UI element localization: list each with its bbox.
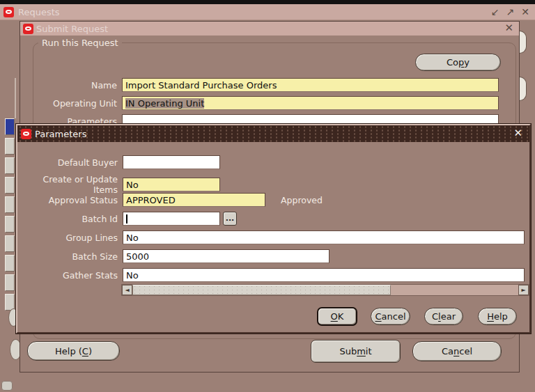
submit-button[interactable]: Submit: [311, 340, 401, 363]
run-this-request-label: Run this Request: [38, 38, 122, 48]
scroll-right-icon[interactable]: ►: [518, 285, 529, 295]
record-indicator[interactable]: [5, 255, 15, 272]
name-row: Name Import Standard Purchase Orders: [20, 78, 508, 92]
batch-size-row: Batch Size 5000: [17, 249, 529, 263]
cancel-button[interactable]: Cancel: [412, 341, 502, 361]
close-icon[interactable]: ✕: [521, 6, 529, 18]
group-lines-field[interactable]: No: [123, 230, 525, 244]
create-or-update-items-row: Create or Update Items No: [17, 174, 529, 195]
record-indicator[interactable]: [5, 138, 15, 155]
create-or-update-items-label: Create or Update Items: [17, 174, 123, 195]
default-buyer-row: Default Buyer: [17, 155, 529, 169]
lov-ellipsis-button[interactable]: ...: [223, 212, 237, 226]
default-buyer-label: Default Buyer: [17, 157, 123, 168]
maximize-icon[interactable]: ↗: [506, 6, 515, 18]
operating-unit-label: Operating Unit: [20, 98, 122, 109]
background-widget-partial: [1, 381, 13, 391]
operating-unit-field[interactable]: IN Operating Unit: [122, 96, 499, 110]
submit-request-window-title: Submit Request: [36, 24, 108, 34]
minimize-icon[interactable]: ↙: [491, 6, 499, 18]
requests-window-title: Requests: [18, 7, 60, 17]
clear-button[interactable]: Clear: [424, 308, 463, 325]
group-lines-label: Group Lines: [17, 233, 123, 243]
cancel-button[interactable]: Cancel: [371, 308, 410, 325]
parameters-dialog-title: Parameters: [35, 129, 86, 139]
batch-id-row: Batch Id ...: [17, 212, 529, 226]
horizontal-scrollbar[interactable]: ◄ ►: [121, 284, 529, 296]
approval-status-description: Approved: [281, 195, 323, 205]
scrollbar-thumb[interactable]: [132, 285, 391, 295]
approval-status-field[interactable]: APPROVED: [123, 193, 265, 207]
parameters-dialog-title-bar[interactable]: Parameters ✕: [17, 125, 529, 142]
batch-id-label: Batch Id: [17, 214, 123, 224]
help-button[interactable]: Help (C): [27, 341, 120, 361]
batch-id-field[interactable]: [123, 212, 220, 226]
batch-size-field[interactable]: 5000: [123, 249, 329, 263]
scroll-left-icon[interactable]: ◄: [122, 285, 132, 295]
close-icon[interactable]: ✕: [513, 127, 522, 139]
gather-stats-row: Gather Stats No: [17, 268, 529, 282]
name-field[interactable]: Import Standard Purchase Orders: [122, 78, 499, 92]
oracle-logo-icon: [3, 7, 14, 17]
oracle-logo-icon: [23, 24, 33, 34]
record-indicator[interactable]: [5, 235, 15, 252]
requests-title-bar[interactable]: Requests ↙ ↗ ✕: [0, 4, 535, 20]
record-indicator-selected[interactable]: [5, 118, 15, 135]
approval-status-label: Approval Status: [17, 195, 123, 205]
help-button[interactable]: Help: [478, 308, 517, 325]
window-controls: ↙ ↗ ✕: [491, 6, 529, 18]
background-button-partial: [520, 31, 527, 54]
screen: Requests ↙ ↗ ✕ Submit Request ✕ Run this…: [0, 0, 535, 392]
operating-unit-row: Operating Unit IN Operating Unit: [20, 96, 508, 110]
create-or-update-items-field[interactable]: No: [123, 178, 220, 191]
text-cursor: [126, 214, 127, 224]
background-divider-line: [15, 78, 16, 118]
submit-request-title-bar[interactable]: Submit Request ✕: [20, 22, 519, 36]
batch-size-label: Batch Size: [17, 251, 123, 262]
group-lines-row: Group Lines No: [17, 230, 529, 244]
name-label: Name: [20, 80, 122, 91]
gather-stats-label: Gather Stats: [17, 270, 123, 281]
gather-stats-field[interactable]: No: [123, 268, 525, 282]
record-indicator[interactable]: [5, 274, 15, 291]
record-indicator[interactable]: [5, 216, 15, 233]
background-button-partial: [520, 77, 527, 101]
default-buyer-field[interactable]: [123, 155, 220, 169]
parameters-dialog: Parameters ✕ Default Buyer Create or Upd…: [16, 124, 531, 334]
scrollbar-track[interactable]: [132, 285, 518, 295]
close-icon[interactable]: ✕: [504, 22, 513, 34]
record-indicator[interactable]: [5, 196, 15, 213]
record-indicator[interactable]: [5, 177, 15, 194]
oracle-logo-icon: [21, 129, 31, 139]
copy-button[interactable]: Copy: [415, 54, 501, 71]
approval-status-row: Approval Status APPROVED Approved: [17, 193, 529, 207]
record-indicator[interactable]: [5, 157, 15, 174]
ok-button[interactable]: OK: [317, 307, 357, 326]
